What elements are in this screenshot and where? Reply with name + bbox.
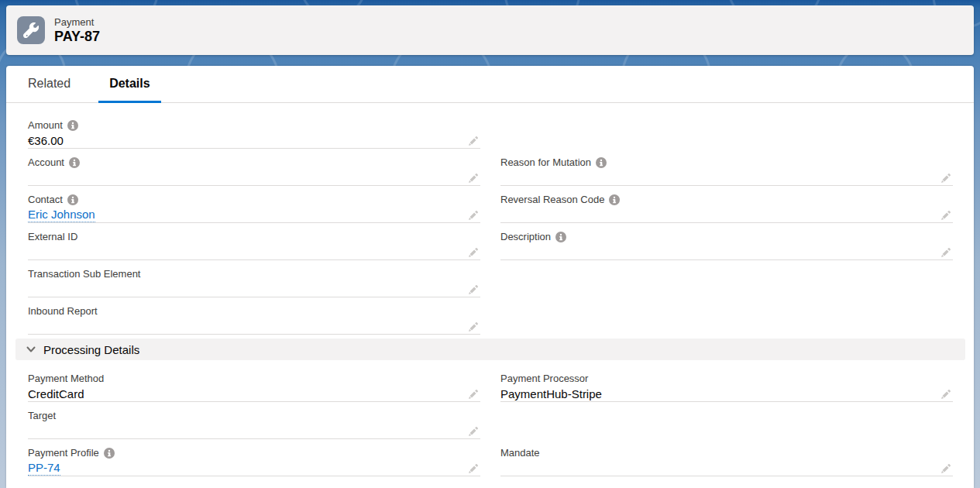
detail-fields-area: Amount €36.00 Account bbox=[6, 103, 974, 476]
empty-cell bbox=[500, 297, 953, 335]
account-label: Account bbox=[28, 156, 64, 168]
field-external-id: External ID bbox=[28, 223, 480, 260]
empty-cell bbox=[500, 112, 953, 149]
tab-related[interactable]: Related bbox=[17, 66, 81, 103]
account-info-icon[interactable] bbox=[69, 157, 80, 168]
payment-profile-label: Payment Profile bbox=[28, 447, 99, 459]
section-processing-details[interactable]: Processing Details bbox=[15, 339, 965, 360]
reason-for-mutation-label: Reason for Mutation bbox=[500, 156, 591, 168]
edit-contact-icon[interactable] bbox=[468, 210, 479, 221]
edit-payment-processor-icon[interactable] bbox=[940, 389, 951, 400]
edit-transaction-sub-element-icon[interactable] bbox=[468, 284, 479, 295]
target-label: Target bbox=[28, 410, 56, 421]
record-header: Payment PAY-87 bbox=[6, 5, 974, 55]
empty-cell bbox=[500, 402, 953, 439]
record-name: PAY-87 bbox=[54, 29, 100, 45]
field-payment-profile: Payment Profile PP-74 bbox=[28, 439, 480, 476]
field-transaction-sub-element: Transaction Sub Element bbox=[28, 260, 480, 297]
payment-method-label: Payment Method bbox=[28, 373, 104, 384]
edit-payment-method-icon[interactable] bbox=[468, 389, 479, 400]
field-target: Target bbox=[28, 402, 480, 439]
record-header-text: Payment PAY-87 bbox=[54, 16, 100, 45]
edit-reason-for-mutation-icon[interactable] bbox=[940, 173, 951, 184]
tab-details[interactable]: Details bbox=[98, 66, 160, 103]
transaction-sub-element-label: Transaction Sub Element bbox=[28, 268, 140, 280]
amount-info-icon[interactable] bbox=[67, 120, 78, 131]
external-id-label: External ID bbox=[28, 231, 77, 242]
edit-inbound-report-icon[interactable] bbox=[468, 321, 479, 332]
edit-target-icon[interactable] bbox=[468, 426, 479, 437]
field-reversal-reason-code: Reversal Reason Code bbox=[500, 186, 953, 223]
payment-method-value: CreditCard bbox=[28, 387, 84, 400]
reversal-reason-code-label: Reversal Reason Code bbox=[500, 194, 604, 205]
field-mandate: Mandate bbox=[500, 439, 953, 476]
contact-info-icon[interactable] bbox=[67, 194, 78, 205]
field-grid-processing: Payment Method CreditCard Payment Proces… bbox=[28, 365, 953, 476]
contact-label: Contact bbox=[28, 194, 63, 205]
field-payment-method: Payment Method CreditCard bbox=[28, 365, 480, 402]
description-label: Description bbox=[500, 231, 551, 242]
field-contact: Contact Eric Johnson bbox=[28, 186, 480, 223]
record-detail-card: Related Details Amount €36.00 bbox=[6, 66, 974, 488]
tab-bar: Related Details bbox=[6, 66, 974, 103]
edit-reversal-reason-code-icon[interactable] bbox=[940, 210, 951, 221]
chevron-down-icon bbox=[26, 344, 36, 355]
page-background: Payment PAY-87 Related Details Amount €3… bbox=[0, 0, 980, 488]
edit-external-id-icon[interactable] bbox=[468, 247, 479, 258]
field-amount: Amount €36.00 bbox=[28, 112, 480, 149]
section-title: Processing Details bbox=[43, 343, 139, 356]
payment-processor-value: PaymentHub-Stripe bbox=[500, 387, 602, 400]
edit-payment-profile-icon[interactable] bbox=[468, 463, 479, 474]
amount-label: Amount bbox=[28, 119, 63, 131]
payment-profile-link[interactable]: PP-74 bbox=[28, 461, 60, 476]
field-description: Description bbox=[500, 223, 953, 260]
edit-description-icon[interactable] bbox=[940, 247, 951, 258]
field-account: Account bbox=[28, 149, 480, 186]
reversal-reason-code-info-icon[interactable] bbox=[609, 194, 620, 205]
edit-mandate-icon[interactable] bbox=[940, 463, 951, 474]
wrench-icon bbox=[17, 16, 45, 44]
amount-value: €36.00 bbox=[28, 134, 64, 147]
payment-profile-info-icon[interactable] bbox=[104, 448, 115, 459]
reason-for-mutation-info-icon[interactable] bbox=[596, 157, 607, 168]
entity-label: Payment bbox=[54, 16, 100, 29]
contact-link[interactable]: Eric Johnson bbox=[28, 208, 95, 222]
edit-account-icon[interactable] bbox=[468, 173, 479, 184]
inbound-report-label: Inbound Report bbox=[28, 305, 98, 317]
mandate-label: Mandate bbox=[500, 447, 540, 459]
field-payment-processor: Payment Processor PaymentHub-Stripe bbox=[500, 365, 953, 402]
description-info-icon[interactable] bbox=[555, 232, 566, 242]
field-reason-for-mutation: Reason for Mutation bbox=[500, 149, 953, 186]
field-inbound-report: Inbound Report bbox=[28, 297, 480, 335]
edit-amount-icon[interactable] bbox=[468, 136, 479, 146]
field-grid-top: Amount €36.00 Account bbox=[28, 112, 953, 335]
empty-cell bbox=[500, 260, 953, 297]
payment-processor-label: Payment Processor bbox=[500, 373, 588, 384]
